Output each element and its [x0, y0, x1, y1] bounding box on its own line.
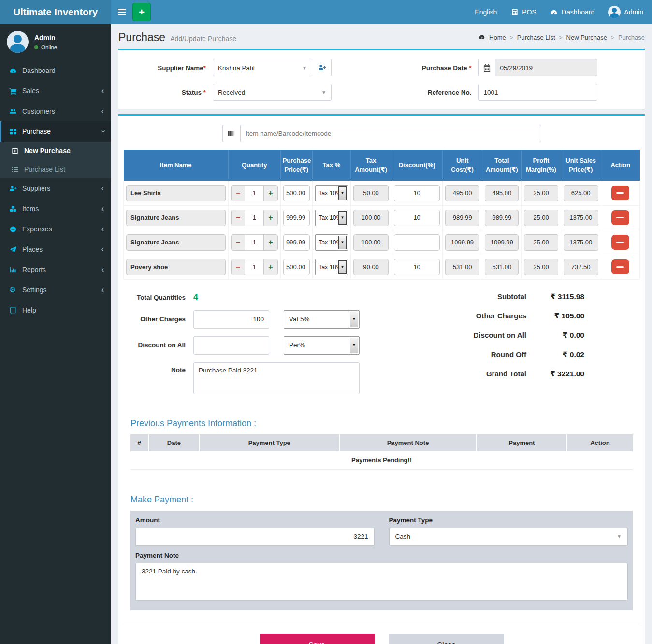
- payments-table-header: # Date Payment Type Payment Note Payment…: [130, 434, 633, 451]
- save-button[interactable]: Save: [260, 634, 375, 644]
- breadcrumb-purchase-list[interactable]: Purchase List: [517, 34, 555, 41]
- quantity-decrease-button[interactable]: −: [232, 235, 245, 250]
- app-window: Ultimate Inventory + English POS Dashboa…: [0, 0, 652, 644]
- quantity-input[interactable]: [245, 210, 263, 226]
- remove-item-button[interactable]: [611, 259, 629, 274]
- other-charges-summary-label: Other Charges: [425, 312, 526, 320]
- other-charges-type-select[interactable]: Vat 5% ▼: [284, 310, 360, 329]
- unit-sales-price-field: 625.00: [564, 185, 598, 201]
- payment-type-select[interactable]: Cash ▼: [389, 528, 628, 546]
- online-status-icon: [34, 45, 38, 49]
- sidebar-item-purchase-list[interactable]: Purchase List: [0, 160, 111, 178]
- quantity-input[interactable]: [245, 259, 263, 275]
- reference-no-label: Reference No.: [389, 89, 478, 96]
- status-label: Status *: [123, 89, 213, 96]
- discount-summary-label: Discount on All: [425, 331, 526, 339]
- dashboard-icon: [478, 34, 485, 42]
- caret-down-icon: ▼: [338, 211, 347, 225]
- purchase-price-input[interactable]: [283, 210, 310, 226]
- quantity-decrease-button[interactable]: −: [232, 186, 245, 201]
- sidebar-item-places[interactable]: Places ‹: [0, 239, 111, 259]
- discount-input[interactable]: [394, 210, 440, 226]
- breadcrumb-new-purchase[interactable]: New Purchase: [566, 34, 608, 41]
- plus-square-icon: [11, 147, 19, 155]
- item-name-field: Signature Jeans: [126, 210, 226, 226]
- grand-total-label: Grand Total: [425, 370, 526, 378]
- sidebar-item-purchase[interactable]: Purchase ‹: [0, 121, 111, 142]
- discount-input[interactable]: [394, 259, 440, 275]
- remove-item-button[interactable]: [611, 210, 629, 225]
- user-menu[interactable]: Admin: [608, 6, 643, 18]
- tax-select[interactable]: Tax 10% ▼: [315, 210, 348, 226]
- discount-input[interactable]: [394, 185, 440, 201]
- purchase-date-input[interactable]: [495, 59, 597, 76]
- quantity-increase-button[interactable]: +: [263, 210, 277, 226]
- sidebar-item-items[interactable]: Items ‹: [0, 199, 111, 219]
- chevron-left-icon: ‹: [101, 267, 104, 272]
- page-subtitle: Add/Update Purchase: [170, 35, 236, 43]
- close-button[interactable]: Close: [389, 634, 504, 644]
- purchase-price-input[interactable]: [283, 259, 310, 275]
- other-charges-input[interactable]: [193, 310, 269, 329]
- remove-item-button[interactable]: [611, 235, 629, 250]
- quick-add-button[interactable]: +: [132, 3, 151, 21]
- payment-note-textarea[interactable]: [135, 563, 628, 601]
- item-row: Signature Jeans − + Tax 10%: [124, 230, 640, 255]
- online-status-label: Online: [41, 44, 57, 50]
- sidebar-item-customers[interactable]: Customers ‹: [0, 101, 111, 121]
- quantity-input[interactable]: [245, 235, 263, 250]
- sidebar-item-settings[interactable]: ⚙ Settings ‹: [0, 280, 111, 300]
- remove-item-button[interactable]: [611, 186, 629, 200]
- breadcrumb-home[interactable]: Home: [489, 34, 506, 41]
- quantity-increase-button[interactable]: +: [263, 259, 277, 275]
- navbar-right: English POS Dashboard Admin: [475, 6, 652, 18]
- discount-on-all-input[interactable]: [193, 336, 269, 355]
- note-textarea[interactable]: [193, 362, 360, 394]
- brand-logo[interactable]: Ultimate Inventory: [0, 0, 111, 24]
- caret-down-icon: ▼: [338, 236, 347, 249]
- tax-select[interactable]: Tax 10% ▼: [315, 185, 348, 201]
- sidebar-item-expenses[interactable]: Expenses ‹: [0, 219, 111, 239]
- reference-no-input[interactable]: [478, 84, 597, 101]
- quantity-increase-button[interactable]: +: [263, 186, 277, 201]
- caret-down-icon: ▼: [321, 90, 326, 95]
- quantity-input[interactable]: [245, 186, 263, 201]
- pos-link[interactable]: POS: [510, 8, 536, 16]
- purchase-header-box: Supplier Name* Krishna Patil▼ Purchase D…: [118, 49, 645, 109]
- payments-empty-row: Payments Pending!!: [130, 451, 633, 470]
- tax-amount-field: 100.00: [353, 234, 389, 251]
- round-off-label: Round Off: [425, 350, 526, 358]
- tax-select[interactable]: Tax 18% ▼: [315, 259, 348, 275]
- purchase-price-input[interactable]: [283, 185, 310, 201]
- quantity-decrease-button[interactable]: −: [232, 210, 245, 226]
- discount-input[interactable]: [394, 234, 440, 251]
- item-name-field: Lee Shirts: [126, 185, 226, 201]
- sidebar-item-suppliers[interactable]: Suppliers ‹: [0, 178, 111, 199]
- payment-amount-input[interactable]: [135, 528, 375, 546]
- add-supplier-button[interactable]: [312, 59, 332, 76]
- total-amount-field: 1099.99: [485, 234, 519, 251]
- sidebar-item-new-purchase[interactable]: New Purchase: [0, 142, 111, 160]
- sidebar-item-help[interactable]: Help: [0, 300, 111, 320]
- sidebar-item-sales[interactable]: Sales ‹: [0, 81, 111, 101]
- quantity-decrease-button[interactable]: −: [232, 259, 245, 275]
- item-search-input[interactable]: [240, 125, 541, 142]
- profit-margin-field: 25.00: [524, 234, 558, 251]
- sidebar-toggle-icon[interactable]: [111, 0, 132, 24]
- sidebar-item-dashboard[interactable]: Dashboard: [0, 60, 111, 81]
- total-amount-field: 495.00: [485, 185, 519, 201]
- purchase-price-input[interactable]: [283, 234, 310, 251]
- discount-type-select[interactable]: Per% ▼: [284, 336, 360, 355]
- unit-cost-field: 1099.99: [445, 234, 479, 251]
- quantity-increase-button[interactable]: +: [263, 235, 277, 250]
- item-row: Signature Jeans − + Tax 10%: [124, 205, 640, 230]
- supplier-select[interactable]: Krishna Patil▼: [213, 59, 312, 76]
- dashboard-link[interactable]: Dashboard: [550, 8, 595, 16]
- language-menu[interactable]: English: [475, 8, 497, 16]
- quantity-stepper: − +: [231, 210, 278, 226]
- status-select[interactable]: Received▼: [213, 84, 332, 101]
- totals-section: Total Quantities 4 Other Charges Vat 5% …: [123, 280, 640, 406]
- tax-select[interactable]: Tax 10% ▼: [315, 234, 348, 251]
- sidebar-item-reports[interactable]: Reports ‹: [0, 259, 111, 280]
- breadcrumb: Home > Purchase List > New Purchase > Pu…: [478, 34, 645, 42]
